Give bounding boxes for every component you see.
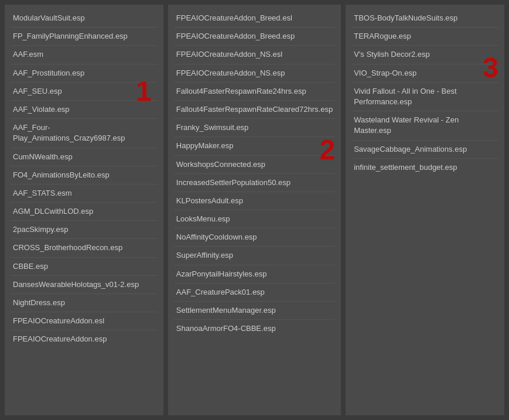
mod-item[interactable]: SuperAffinity.esp xyxy=(174,247,335,265)
mod-item[interactable]: CumNWealth.esp xyxy=(11,148,158,166)
mod-item[interactable]: CBBE.esp xyxy=(11,258,158,276)
column-1: ModularVaultSuit.espFP_FamilyPlanningEnh… xyxy=(5,5,163,415)
mod-item[interactable]: Wasteland Water Revival - Zen Master.esp xyxy=(351,111,498,140)
mod-item[interactable]: NoAffinityCooldown.esp xyxy=(174,228,335,247)
mod-item[interactable]: KLPostersAdult.esp xyxy=(174,192,335,210)
mod-item[interactable]: FO4_AnimationsByLeito.esp xyxy=(11,166,158,185)
mod-item[interactable]: 2pacSkimpy.esp xyxy=(11,221,158,239)
mod-item[interactable]: AAF_CreaturePack01.esp xyxy=(174,284,335,302)
mod-item[interactable]: FPEAIOCreatureAddon_NS.esl xyxy=(174,46,335,64)
mod-item[interactable]: TBOS-BodyTalkNudeSuits.esp xyxy=(351,9,498,28)
mod-item[interactable]: FPEAIOCreatureAddon_Breed.esl xyxy=(174,9,335,28)
mod-item[interactable]: Franky_Swimsuit.esp xyxy=(174,119,335,137)
mod-item[interactable]: HappyMaker.esp xyxy=(174,137,335,155)
mod-item[interactable]: AAF_Prostitution.esp xyxy=(11,64,158,83)
mod-item[interactable]: V's Stylish Decor2.esp xyxy=(351,46,498,64)
mod-item[interactable]: infinite_settlement_budget.esp xyxy=(351,159,498,176)
mod-item[interactable]: TERARogue.esp xyxy=(351,28,498,46)
mod-item[interactable]: ModularVaultSuit.esp xyxy=(11,9,158,28)
mod-item[interactable]: FP_FamilyPlanningEnhanced.esp xyxy=(11,28,158,46)
column-2: FPEAIOCreatureAddon_Breed.eslFPEAIOCreat… xyxy=(168,5,341,415)
mod-item[interactable]: CROSS_BrotherhoodRecon.esp xyxy=(11,239,158,257)
mod-item[interactable]: AAF_Four-Play_Animations_Crazy6987.esp xyxy=(11,119,158,148)
mod-item[interactable]: SettlementMenuManager.esp xyxy=(174,302,335,320)
mod-item[interactable]: FPEAIOCreatureAddon.esl xyxy=(11,312,158,330)
mod-item[interactable]: LooksMenu.esp xyxy=(174,210,335,228)
mod-item[interactable]: SavageCabbage_Animations.esp xyxy=(351,141,498,159)
mod-item[interactable]: FPEAIOCreatureAddon_NS.esp xyxy=(174,64,335,83)
mod-item[interactable]: IncreasedSettlerPopulation50.esp xyxy=(174,174,335,192)
mod-item[interactable]: AzarPonytailHairstyles.esp xyxy=(174,265,335,284)
mod-item[interactable]: WorkshopsConnected.esp xyxy=(174,156,335,174)
mod-item[interactable]: ShanoaArmorFO4-CBBE.esp xyxy=(174,320,335,337)
mod-item[interactable]: Fallout4FasterRespawnRate24hrs.esp xyxy=(174,83,335,101)
column-3: TBOS-BodyTalkNudeSuits.espTERARogue.espV… xyxy=(346,5,504,415)
mod-item[interactable]: AAF_STATS.esm xyxy=(11,185,158,203)
mod-item[interactable]: AAF_SEU.esp xyxy=(11,83,158,101)
mod-item[interactable]: FPEAIOCreatureAddon_Breed.esp xyxy=(174,28,335,46)
mod-item[interactable]: AAF.esm xyxy=(11,46,158,64)
mod-item[interactable]: AGM_DLCwithLOD.esp xyxy=(11,203,158,221)
mod-item[interactable]: VIO_Strap-On.esp xyxy=(351,64,498,83)
mod-item[interactable]: NightDress.esp xyxy=(11,294,158,312)
mod-item[interactable]: DansesWearableHolotags_v01-2.esp xyxy=(11,276,158,294)
mod-item[interactable]: Vivid Fallout - All in One - Best Perfor… xyxy=(351,83,498,111)
mod-item[interactable]: Fallout4FasterRespawnRateCleared72hrs.es… xyxy=(174,101,335,119)
mod-item[interactable]: AAF_Violate.esp xyxy=(11,101,158,119)
main-container: ModularVaultSuit.espFP_FamilyPlanningEnh… xyxy=(0,0,509,420)
mod-item[interactable]: FPEAIOCreatureAddon.esp xyxy=(11,330,158,348)
